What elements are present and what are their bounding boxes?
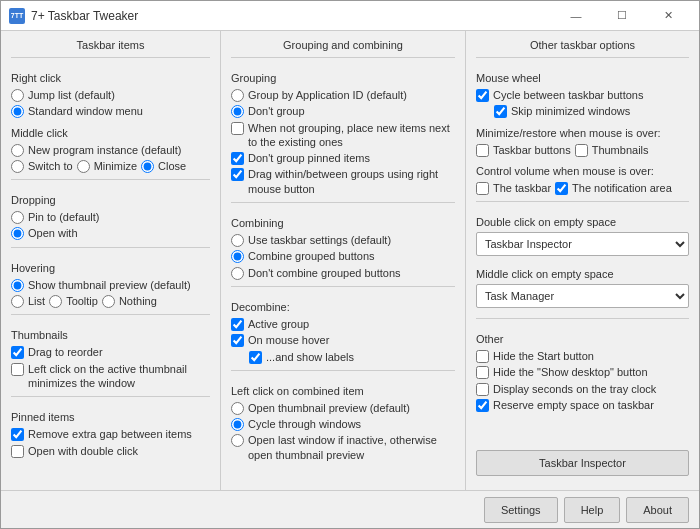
- right-click-label: Right click: [11, 72, 210, 84]
- combining-group: Use taskbar settings (default) Combine g…: [231, 233, 455, 280]
- minimize-restore-group: Taskbar buttons Thumbnails: [476, 143, 689, 157]
- hovering-inline: List Tooltip Nothing: [11, 294, 210, 308]
- right-click-option-1[interactable]: Standard window menu: [11, 104, 210, 118]
- grouping-drag[interactable]: Drag within/between groups using right m…: [231, 167, 455, 196]
- taskbar-items-column: Taskbar items Right click Jump list (def…: [1, 31, 221, 490]
- middle-click-empty-label: Middle click on empty space: [476, 268, 689, 280]
- right-click-group: Jump list (default) Standard window menu: [11, 88, 210, 119]
- decombine-label: Decombine:: [231, 301, 455, 313]
- window-controls: — ☐ ✕: [553, 1, 691, 31]
- right-click-option-0[interactable]: Jump list (default): [11, 88, 210, 102]
- decombine-labels[interactable]: ...and show labels: [231, 350, 455, 364]
- grouping-pinned[interactable]: Don't group pinned items: [231, 151, 455, 165]
- thumbnail-left-click[interactable]: Left click on the active thumbnail minim…: [11, 362, 210, 391]
- combining-label: Combining: [231, 217, 455, 229]
- other-hide-start[interactable]: Hide the Start button: [476, 349, 689, 363]
- grouping-new-items[interactable]: When not grouping, place new items next …: [231, 121, 455, 150]
- close-button[interactable]: ✕: [645, 1, 691, 31]
- app-icon: 7TT: [9, 8, 25, 24]
- double-click-dropdown[interactable]: Taskbar Inspector Task Manager Nothing: [476, 232, 689, 256]
- col3-header: Other taskbar options: [476, 39, 689, 58]
- other-reserve-space[interactable]: Reserve empty space on taskbar: [476, 398, 689, 412]
- mouse-wheel-cycle[interactable]: Cycle between taskbar buttons: [476, 88, 689, 102]
- other-label: Other: [476, 333, 689, 345]
- hovering-option-0[interactable]: Show thumbnail preview (default): [11, 278, 210, 292]
- middle-click-empty-dropdown[interactable]: Task Manager Taskbar Inspector Nothing: [476, 284, 689, 308]
- dropping-label: Dropping: [11, 194, 210, 206]
- grouping-label: Grouping: [231, 72, 455, 84]
- left-click-option-2[interactable]: Open last window if inactive, otherwise …: [231, 433, 455, 462]
- sep5: [231, 202, 455, 203]
- taskbar-inspector-button[interactable]: Taskbar Inspector: [476, 450, 689, 476]
- left-click-combined-label: Left click on combined item: [231, 385, 455, 397]
- pinned-extra-gap[interactable]: Remove extra gap between items: [11, 427, 210, 441]
- thumbnails-group: Drag to reorder Left click on the active…: [11, 345, 210, 390]
- sep2: [11, 247, 210, 248]
- dropping-group: Pin to (default) Open with: [11, 210, 210, 241]
- middle-click-minimize[interactable]: Minimize: [77, 159, 137, 173]
- dropping-option-1[interactable]: Open with: [11, 226, 210, 240]
- minimize-button[interactable]: —: [553, 1, 599, 31]
- sep8: [476, 201, 689, 202]
- main-window: 7TT 7+ Taskbar Tweaker — ☐ ✕ Taskbar ite…: [0, 0, 700, 529]
- minimize-thumbnails[interactable]: Thumbnails: [575, 143, 649, 157]
- volume-taskbar[interactable]: The taskbar: [476, 181, 551, 195]
- left-click-option-1[interactable]: Cycle through windows: [231, 417, 455, 431]
- middle-click-group: New program instance (default) Switch to…: [11, 143, 210, 174]
- grouping-combining-column: Grouping and combining Grouping Group by…: [221, 31, 466, 490]
- combining-option-1[interactable]: Combine grouped buttons: [231, 249, 455, 263]
- middle-click-option-0[interactable]: New program instance (default): [11, 143, 210, 157]
- sep4: [11, 396, 210, 397]
- hovering-list[interactable]: List: [11, 294, 45, 308]
- grouping-option-1[interactable]: Don't group: [231, 104, 455, 118]
- decombine-active[interactable]: Active group: [231, 317, 455, 331]
- pinned-double-click[interactable]: Open with double click: [11, 444, 210, 458]
- sep6: [231, 286, 455, 287]
- sep7: [231, 370, 455, 371]
- other-group: Hide the Start button Hide the "Show des…: [476, 349, 689, 412]
- middle-click-close[interactable]: Close: [141, 159, 186, 173]
- titlebar: 7TT 7+ Taskbar Tweaker — ☐ ✕: [1, 1, 699, 31]
- hovering-tooltip[interactable]: Tooltip: [49, 294, 98, 308]
- maximize-button[interactable]: ☐: [599, 1, 645, 31]
- sep3: [11, 314, 210, 315]
- thumbnail-drag[interactable]: Drag to reorder: [11, 345, 210, 359]
- combining-option-2[interactable]: Don't combine grouped buttons: [231, 266, 455, 280]
- decombine-hover[interactable]: On mouse hover: [231, 333, 455, 347]
- mouse-wheel-skip[interactable]: Skip minimized windows: [476, 104, 689, 118]
- decombine-group: Active group On mouse hover ...and show …: [231, 317, 455, 364]
- about-button[interactable]: About: [626, 497, 689, 523]
- mouse-wheel-label: Mouse wheel: [476, 72, 689, 84]
- double-click-label: Double click on empty space: [476, 216, 689, 228]
- minimize-taskbar-buttons[interactable]: Taskbar buttons: [476, 143, 571, 157]
- bottom-buttons: Settings Help About: [484, 497, 689, 523]
- other-hide-desktop[interactable]: Hide the "Show desktop" button: [476, 365, 689, 379]
- settings-button[interactable]: Settings: [484, 497, 558, 523]
- hovering-label: Hovering: [11, 262, 210, 274]
- middle-click-switch[interactable]: Switch to: [11, 159, 73, 173]
- col1-header: Taskbar items: [11, 39, 210, 58]
- pinned-items-group: Remove extra gap between items Open with…: [11, 427, 210, 458]
- other-options-column: Other taskbar options Mouse wheel Cycle …: [466, 31, 699, 490]
- hovering-nothing[interactable]: Nothing: [102, 294, 157, 308]
- sep9: [476, 318, 689, 319]
- grouping-option-0[interactable]: Group by Application ID (default): [231, 88, 455, 102]
- volume-notification[interactable]: The notification area: [555, 181, 672, 195]
- hovering-group: Show thumbnail preview (default) List To…: [11, 278, 210, 309]
- help-button[interactable]: Help: [564, 497, 621, 523]
- other-display-seconds[interactable]: Display seconds on the tray clock: [476, 382, 689, 396]
- left-click-combined-group: Open thumbnail preview (default) Cycle t…: [231, 401, 455, 462]
- pinned-items-label: Pinned items: [11, 411, 210, 423]
- combining-option-0[interactable]: Use taskbar settings (default): [231, 233, 455, 247]
- minimize-restore-label: Minimize/restore when mouse is over:: [476, 127, 689, 139]
- mouse-wheel-group: Cycle between taskbar buttons Skip minim…: [476, 88, 689, 119]
- bottom-bar: Settings Help About: [1, 490, 699, 528]
- control-volume-label: Control volume when mouse is over:: [476, 165, 689, 177]
- dropping-option-0[interactable]: Pin to (default): [11, 210, 210, 224]
- grouping-checkboxes: When not grouping, place new items next …: [231, 121, 455, 196]
- col2-header: Grouping and combining: [231, 39, 455, 58]
- thumbnails-label: Thumbnails: [11, 329, 210, 341]
- middle-click-inline: Switch to Minimize Close: [11, 159, 210, 173]
- window-title: 7+ Taskbar Tweaker: [31, 9, 553, 23]
- left-click-option-0[interactable]: Open thumbnail preview (default): [231, 401, 455, 415]
